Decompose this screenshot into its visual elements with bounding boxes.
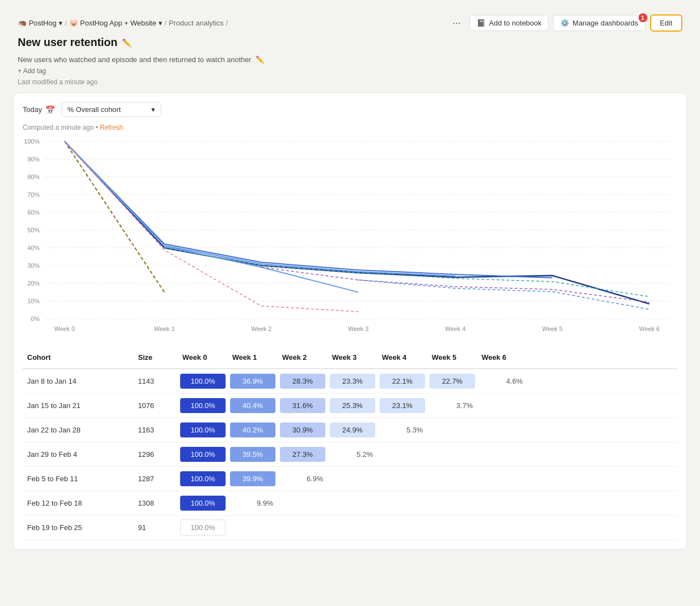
week0-cell[interactable]: 100.0%: [180, 374, 226, 389]
main-container: 🦔 PostHog ▾ / 🐷 PostHog App + Website ▾ …: [9, 9, 691, 549]
svg-text:Week 5: Week 5: [542, 325, 563, 332]
top-bar: 🦔 PostHog ▾ / 🐷 PostHog App + Website ▾ …: [9, 9, 691, 36]
cohort-label: % Overall cohort: [68, 105, 121, 114]
col-size: Size: [134, 351, 178, 364]
date-label: Today: [23, 105, 42, 114]
description-edit-icon[interactable]: ✏️: [256, 55, 264, 64]
table-row: Jan 8 to Jan 14 1143 100.0% 36.9% 28.3% …: [23, 369, 677, 394]
week2-cell[interactable]: 28.3%: [280, 374, 325, 389]
week1-cell[interactable]: 39.9%: [230, 471, 275, 486]
week1-cell[interactable]: 40.4%: [230, 398, 275, 413]
week6-cell[interactable]: 4.6%: [477, 374, 527, 389]
org-link[interactable]: 🦔 PostHog ▾: [18, 19, 63, 27]
manage-dashboards-button[interactable]: ⚙️ Manage dashboards 1: [553, 15, 646, 31]
manage-dashboards-label: Manage dashboards: [573, 19, 638, 27]
week0-cell[interactable]: 100.0%: [180, 496, 226, 511]
content-card: Today 📅 % Overall cohort ▾ Computed a mi…: [13, 93, 687, 549]
week6-cell: [477, 452, 527, 457]
notebook-icon: 📓: [477, 19, 486, 27]
week6-cell: [477, 477, 527, 481]
week3-cell[interactable]: 5.2%: [328, 447, 377, 462]
svg-text:0%: 0%: [31, 315, 40, 322]
week6-cell: [477, 526, 527, 530]
week1-cell[interactable]: 9.9%: [228, 496, 278, 511]
week5-cell: [427, 477, 477, 481]
section-link[interactable]: Product analytics: [169, 19, 224, 27]
week0-cell[interactable]: 100.0%: [180, 471, 226, 486]
retention-chart: 100% 90% 80% 70% 60% 50% 40% 30% 20% 10%: [23, 136, 677, 335]
week3-cell[interactable]: 24.9%: [330, 422, 375, 437]
cohort-name: Jan 22 to Jan 28: [23, 424, 134, 436]
more-options-button[interactable]: ···: [448, 15, 465, 31]
svg-text:Week 2: Week 2: [251, 325, 272, 332]
dashboard-icon: ⚙️: [560, 19, 569, 27]
add-tag-button[interactable]: + Add tag: [18, 67, 46, 75]
week1-cell[interactable]: 39.5%: [230, 447, 275, 462]
week4-cell: [377, 477, 427, 481]
week0-cell[interactable]: 100.0%: [180, 398, 226, 413]
last-modified: Last modified a minute ago: [9, 77, 691, 93]
table-section: Cohort Size Week 0 Week 1 Week 2 Week 3 …: [23, 347, 677, 540]
page-title: New user retention: [18, 36, 117, 49]
col-w2: Week 2: [278, 351, 328, 364]
cohort-size: 1076: [134, 399, 178, 412]
hog-icon: 🦔: [18, 19, 27, 27]
cohort-size: 1296: [134, 448, 178, 461]
week0-cell[interactable]: 100.0%: [180, 447, 226, 462]
week6-cell: [477, 428, 527, 432]
week4-cell[interactable]: 22.1%: [380, 374, 425, 389]
week0-cell-border[interactable]: 100.0%: [180, 520, 226, 536]
week3-cell[interactable]: 25.3%: [330, 398, 375, 413]
cohort-size: 1287: [134, 472, 178, 485]
description-text: New users who watched and episode and th…: [18, 55, 251, 64]
week2-cell[interactable]: 27.3%: [280, 447, 325, 462]
edit-button[interactable]: Edit: [650, 14, 682, 32]
week2-cell: [278, 501, 328, 506]
svg-text:100%: 100%: [24, 138, 39, 145]
refresh-link[interactable]: Refresh: [100, 124, 123, 131]
week4-cell[interactable]: 23.1%: [380, 398, 425, 413]
computed-text: Computed a minute ago: [23, 124, 94, 131]
week5-cell[interactable]: 3.7%: [427, 398, 477, 413]
calendar-icon: 📅: [45, 105, 55, 114]
week1-cell: [228, 526, 278, 530]
col-cohort: Cohort: [23, 351, 134, 364]
project-link[interactable]: 🐷 PostHog App + Website ▾: [69, 19, 162, 27]
table-row: Feb 5 to Feb 11 1287 100.0% 39.9% 6.9%: [23, 467, 677, 491]
title-edit-icon[interactable]: ✏️: [122, 38, 131, 47]
date-filter[interactable]: Today 📅: [23, 105, 55, 114]
table-header: Cohort Size Week 0 Week 1 Week 2 Week 3 …: [23, 347, 677, 369]
add-to-notebook-button[interactable]: 📓 Add to notebook: [469, 15, 549, 31]
svg-text:40%: 40%: [27, 245, 39, 251]
table-row: Jan 29 to Feb 4 1296 100.0% 39.5% 27.3% …: [23, 442, 677, 467]
cohort-select[interactable]: % Overall cohort ▾: [62, 102, 161, 117]
project-name: PostHog App + Website: [80, 19, 156, 27]
week1-cell[interactable]: 40.2%: [230, 422, 275, 437]
week4-cell[interactable]: 5.3%: [377, 422, 427, 437]
chart-area: 100% 90% 80% 70% 60% 50% 40% 30% 20% 10%: [23, 136, 677, 335]
col-w1: Week 1: [228, 351, 278, 364]
cohort-size: 1143: [134, 375, 178, 388]
breadcrumb: 🦔 PostHog ▾ / 🐷 PostHog App + Website ▾ …: [18, 19, 228, 27]
week2-cell[interactable]: 31.6%: [280, 398, 325, 413]
table-row: Jan 22 to Jan 28 1163 100.0% 40.2% 30.9%…: [23, 418, 677, 442]
week2-cell[interactable]: 30.9%: [280, 422, 325, 437]
week5-cell: [427, 428, 477, 432]
week6-cell: [477, 404, 527, 408]
week4-cell: [377, 501, 427, 506]
table-row: Feb 12 to Feb 18 1308 100.0% 9.9%: [23, 491, 677, 516]
add-tag-row: + Add tag: [9, 66, 691, 77]
cohort-size: 1308: [134, 497, 178, 510]
week2-cell[interactable]: 6.9%: [278, 471, 328, 486]
page-title-row: New user retention ✏️: [9, 36, 691, 53]
week0-cell[interactable]: 100.0%: [180, 422, 226, 437]
week5-cell[interactable]: 22.7%: [430, 374, 475, 389]
col-w6: Week 6: [477, 351, 527, 364]
table-row: Jan 15 to Jan 21 1076 100.0% 40.4% 31.6%…: [23, 394, 677, 418]
week3-cell[interactable]: 23.3%: [330, 374, 375, 389]
week1-cell[interactable]: 36.9%: [230, 374, 275, 389]
week3-cell: [328, 477, 377, 481]
col-w4: Week 4: [377, 351, 427, 364]
svg-text:Week 0: Week 0: [54, 325, 75, 332]
svg-text:30%: 30%: [27, 262, 39, 269]
